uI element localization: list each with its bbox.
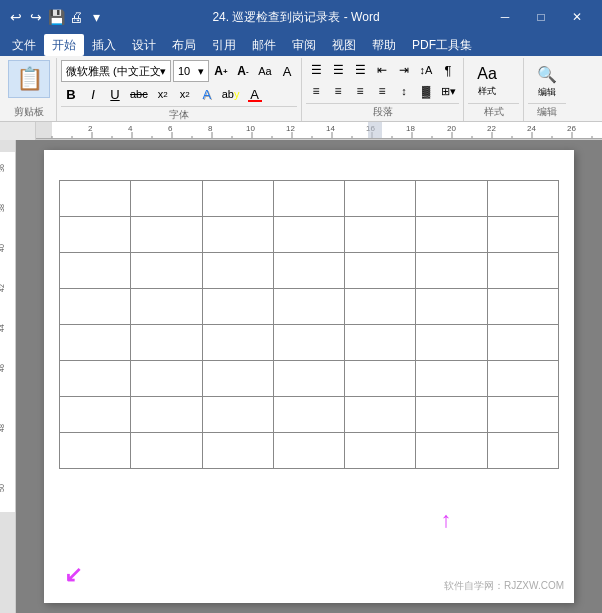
- document-area[interactable]: ↑ ↙ 软件自学网：RJZXW.COM: [16, 140, 602, 613]
- table-row[interactable]: [60, 361, 559, 397]
- table-row[interactable]: [60, 253, 559, 289]
- table-cell[interactable]: [202, 397, 273, 433]
- table-cell[interactable]: [60, 325, 131, 361]
- print-btn[interactable]: 🖨: [68, 9, 84, 25]
- table-cell[interactable]: [273, 217, 344, 253]
- table-cell[interactable]: [131, 181, 202, 217]
- paste-btn[interactable]: 📋: [8, 60, 50, 98]
- table-cell[interactable]: [416, 181, 487, 217]
- table-cell[interactable]: [345, 181, 416, 217]
- grow-font-btn[interactable]: A+: [211, 61, 231, 81]
- table-cell[interactable]: [202, 325, 273, 361]
- table-row[interactable]: [60, 217, 559, 253]
- bold-btn[interactable]: B: [61, 84, 81, 104]
- text-effect-btn[interactable]: A: [197, 84, 217, 104]
- justify-btn[interactable]: ≡: [372, 81, 392, 101]
- vertical-ruler[interactable]: 36 38 40 42 44 46 48 50: [0, 140, 16, 613]
- close-btn[interactable]: ✕: [560, 0, 594, 34]
- styles-btn[interactable]: Aa 样式: [468, 62, 506, 102]
- table-row[interactable]: [60, 433, 559, 469]
- menu-file[interactable]: 文件: [4, 34, 44, 56]
- table-cell[interactable]: [416, 361, 487, 397]
- font-name-dropdown[interactable]: ▾: [160, 65, 166, 78]
- bullets-btn[interactable]: ☰: [306, 60, 326, 80]
- table-cell[interactable]: [202, 181, 273, 217]
- table-cell[interactable]: [202, 289, 273, 325]
- shading-btn[interactable]: ▓: [416, 81, 436, 101]
- quick-access-more[interactable]: ▾: [88, 9, 104, 25]
- menu-insert[interactable]: 插入: [84, 34, 124, 56]
- table-cell[interactable]: [273, 361, 344, 397]
- menu-mailings[interactable]: 邮件: [244, 34, 284, 56]
- table-cell[interactable]: [273, 325, 344, 361]
- superscript-btn[interactable]: x2: [175, 84, 195, 104]
- menu-review[interactable]: 审阅: [284, 34, 324, 56]
- italic-btn[interactable]: I: [83, 84, 103, 104]
- table-cell[interactable]: [131, 217, 202, 253]
- ruler-corner[interactable]: [0, 122, 36, 140]
- menu-home[interactable]: 开始: [44, 34, 84, 56]
- font-color-btn[interactable]: A: [245, 84, 265, 104]
- table-cell[interactable]: [202, 361, 273, 397]
- table-cell[interactable]: [273, 397, 344, 433]
- table-cell[interactable]: [487, 253, 558, 289]
- table-cell[interactable]: [131, 289, 202, 325]
- table-cell[interactable]: [202, 217, 273, 253]
- table-cell[interactable]: [60, 253, 131, 289]
- redo-btn[interactable]: ↪: [28, 9, 44, 25]
- table-cell[interactable]: [131, 361, 202, 397]
- menu-design[interactable]: 设计: [124, 34, 164, 56]
- highlight-btn[interactable]: aby: [219, 84, 243, 104]
- horizontal-ruler[interactable]: 2 4 6 8 10 12 14 16 18: [36, 122, 602, 139]
- table-cell[interactable]: [416, 397, 487, 433]
- table-cell[interactable]: [416, 217, 487, 253]
- table-cell[interactable]: [345, 397, 416, 433]
- maximize-btn[interactable]: □: [524, 0, 558, 34]
- table-cell[interactable]: [416, 289, 487, 325]
- change-case-btn[interactable]: Aa: [255, 61, 275, 81]
- menu-view[interactable]: 视图: [324, 34, 364, 56]
- table-cell[interactable]: [202, 253, 273, 289]
- table-cell[interactable]: [487, 397, 558, 433]
- decrease-indent-btn[interactable]: ⇤: [372, 60, 392, 80]
- table-cell[interactable]: [487, 217, 558, 253]
- table-cell[interactable]: [60, 433, 131, 469]
- table-cell[interactable]: [487, 289, 558, 325]
- table-cell[interactable]: [345, 217, 416, 253]
- shrink-font-btn[interactable]: A-: [233, 61, 253, 81]
- table-cell[interactable]: [60, 397, 131, 433]
- table-cell[interactable]: [345, 433, 416, 469]
- table-cell[interactable]: [273, 181, 344, 217]
- align-center-btn[interactable]: ≡: [328, 81, 348, 101]
- menu-layout[interactable]: 布局: [164, 34, 204, 56]
- show-marks-btn[interactable]: ¶: [438, 60, 458, 80]
- table-cell[interactable]: [487, 181, 558, 217]
- clear-format-btn[interactable]: A: [277, 61, 297, 81]
- menu-references[interactable]: 引用: [204, 34, 244, 56]
- table-cell[interactable]: [131, 433, 202, 469]
- menu-help[interactable]: 帮助: [364, 34, 404, 56]
- table-cell[interactable]: [273, 253, 344, 289]
- table-cell[interactable]: [487, 325, 558, 361]
- table-cell[interactable]: [131, 397, 202, 433]
- subscript-btn[interactable]: x2: [153, 84, 173, 104]
- sort-btn[interactable]: ↕A: [416, 60, 436, 80]
- table-cell[interactable]: [60, 217, 131, 253]
- table-cell[interactable]: [273, 433, 344, 469]
- undo-btn[interactable]: ↩: [8, 9, 24, 25]
- multilevel-btn[interactable]: ☰: [350, 60, 370, 80]
- table-row[interactable]: [60, 325, 559, 361]
- strikethrough-btn[interactable]: abc: [127, 84, 151, 104]
- align-right-btn[interactable]: ≡: [350, 81, 370, 101]
- table-cell[interactable]: [60, 361, 131, 397]
- table-cell[interactable]: [487, 361, 558, 397]
- minimize-btn[interactable]: ─: [488, 0, 522, 34]
- table-cell[interactable]: [416, 253, 487, 289]
- underline-btn[interactable]: U: [105, 84, 125, 104]
- table-cell[interactable]: [131, 253, 202, 289]
- table-cell[interactable]: [487, 433, 558, 469]
- table-row[interactable]: [60, 181, 559, 217]
- document-table[interactable]: [59, 180, 559, 469]
- table-cell[interactable]: [345, 325, 416, 361]
- increase-indent-btn[interactable]: ⇥: [394, 60, 414, 80]
